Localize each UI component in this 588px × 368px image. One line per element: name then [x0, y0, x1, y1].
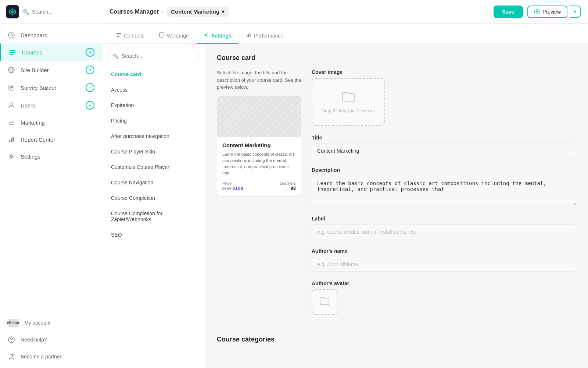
- sidebar-search-box[interactable]: 🔍: [23, 9, 96, 15]
- sidebar-item-my-account[interactable]: eSchor My account: [0, 314, 102, 331]
- svg-marker-1: [11, 10, 14, 13]
- search-input[interactable]: [32, 9, 96, 15]
- course-card-preview-area: Select the image, the title and the desc…: [217, 69, 301, 324]
- settings-icon: [7, 152, 15, 160]
- description-textarea[interactable]: Learn the basic concepts of classic art …: [312, 176, 576, 205]
- course-card-layout: Select the image, the title and the desc…: [217, 69, 576, 324]
- label-input[interactable]: [312, 224, 576, 239]
- svg-rect-26: [116, 35, 121, 35]
- authors-avatar-label: Author's avatar: [312, 280, 576, 286]
- app-logo: [6, 5, 19, 18]
- become-partner-icon: +: [7, 353, 15, 361]
- settings-nav-after-purchase[interactable]: After purchase navigation: [102, 128, 205, 144]
- svg-rect-3: [10, 50, 15, 51]
- settings-tab-icon: [204, 32, 209, 39]
- webpage-tab-label: Webpage: [167, 33, 189, 39]
- description-section: Description Learn the basic concepts of …: [312, 167, 576, 207]
- sidebar-item-courses[interactable]: Courses +: [0, 43, 102, 61]
- card-visual-title: Content Marketing: [222, 142, 296, 148]
- breadcrumb-main[interactable]: Courses Manager: [110, 8, 159, 15]
- sidebar-item-need-help[interactable]: Need help?: [0, 331, 102, 348]
- survey-builder-add-icon[interactable]: +: [86, 83, 94, 92]
- preview-caret-button[interactable]: ▾: [570, 6, 581, 18]
- svg-rect-15: [11, 138, 12, 142]
- sidebar-item-report-center[interactable]: Report Center: [0, 131, 102, 148]
- marketing-label: Marketing: [21, 120, 94, 126]
- settings-nav-course-navigation[interactable]: Course Navigation: [102, 175, 205, 190]
- content-area: 🔍 Course card Access Expiration Pricing …: [102, 44, 588, 368]
- authors-name-section: Author's name: [312, 248, 576, 272]
- dashboard-icon: [7, 31, 15, 39]
- main-area: Courses Manager › Content Marketing ▾ Sa…: [102, 0, 588, 368]
- topbar: Courses Manager › Content Marketing ▾ Sa…: [102, 0, 588, 24]
- svg-rect-31: [248, 34, 249, 37]
- svg-text:+: +: [13, 354, 14, 356]
- title-input[interactable]: [312, 144, 576, 158]
- title-section: Title: [312, 135, 576, 158]
- eye-icon: [534, 9, 540, 15]
- sidebar-item-dashboard[interactable]: Dashboard: [0, 26, 102, 43]
- avatar-folder-icon: [320, 297, 329, 307]
- sidebar-item-settings[interactable]: Settings: [0, 148, 102, 165]
- svg-rect-14: [9, 140, 10, 142]
- authors-avatar-dropzone[interactable]: [312, 289, 337, 315]
- sidebar-item-survey-builder[interactable]: Survey Builder +: [0, 79, 102, 96]
- tab-webpage[interactable]: Webpage: [153, 28, 196, 44]
- sidebar-item-users[interactable]: Users +: [0, 96, 102, 114]
- svg-point-13: [10, 103, 13, 106]
- users-add-icon[interactable]: +: [86, 101, 94, 110]
- report-center-icon: [7, 135, 15, 144]
- caret-down-icon: ▾: [574, 9, 576, 14]
- cover-image-dropzone[interactable]: Drag & Drop your files here: [312, 78, 385, 126]
- dashboard-label: Dashboard: [21, 32, 94, 38]
- main-nav: Dashboard Courses + Site Builder ✎ Surve…: [0, 24, 102, 311]
- sidebar-item-become-partner[interactable]: + Become a partner: [0, 348, 102, 365]
- settings-search-icon: 🔍: [113, 53, 119, 59]
- preview-button[interactable]: Preview: [527, 6, 567, 18]
- left-sidebar: 🔍 Dashboard Courses + Site Builder ✎: [0, 0, 102, 368]
- cover-image-section: Cover image Drag & Drop your files here: [312, 69, 576, 126]
- svg-rect-25: [116, 33, 121, 34]
- performance-tab-icon: [246, 32, 251, 39]
- need-help-icon: [7, 336, 15, 344]
- chevron-down-icon: ▾: [222, 8, 225, 15]
- svg-rect-30: [247, 35, 248, 37]
- breadcrumb-current[interactable]: Content Marketing ▾: [166, 7, 229, 17]
- settings-nav-customize-course-player[interactable]: Customize Course Player: [102, 159, 205, 175]
- svg-point-19: [11, 341, 12, 342]
- survey-builder-icon: [7, 84, 15, 92]
- my-account-label: My account: [24, 320, 94, 326]
- settings-form: Cover image Drag & Drop your files here …: [312, 69, 576, 324]
- card-learners-count: 93: [280, 185, 296, 191]
- sidebar-item-site-builder[interactable]: Site Builder ✎: [0, 61, 102, 79]
- tab-contents[interactable]: Contents: [110, 28, 151, 44]
- svg-point-29: [205, 34, 207, 36]
- tab-settings[interactable]: Settings: [197, 28, 238, 44]
- sidebar-item-marketing[interactable]: Marketing: [0, 114, 102, 131]
- card-prices: $189 $109: [222, 185, 243, 191]
- settings-nav-course-completion-zapier[interactable]: Course Completion for Zapier/Webhooks: [102, 206, 205, 227]
- site-builder-label: Site Builder: [21, 67, 80, 73]
- folder-icon: [342, 91, 355, 105]
- settings-nav-course-player-skin[interactable]: Course Player Skin: [102, 144, 205, 159]
- card-price-new: $109: [233, 185, 243, 191]
- settings-nav-access[interactable]: Access: [102, 82, 205, 98]
- label-section: Label: [312, 216, 576, 239]
- marketing-icon: [7, 118, 15, 127]
- settings-nav-pricing[interactable]: Pricing: [102, 113, 205, 128]
- courses-add-icon[interactable]: +: [86, 48, 94, 57]
- save-button[interactable]: Save: [494, 6, 523, 18]
- title-label: Title: [312, 135, 576, 141]
- tab-performance[interactable]: Performance: [240, 28, 290, 44]
- settings-search-box[interactable]: 🔍: [108, 50, 199, 62]
- settings-search-input[interactable]: [122, 53, 194, 59]
- card-price-label: Price: [222, 181, 243, 185]
- settings-nav-course-card[interactable]: Course card: [102, 67, 205, 82]
- settings-nav-expiration[interactable]: Expiration: [102, 98, 205, 113]
- card-preview-description: Select the image, the title and the desc…: [217, 69, 301, 91]
- authors-name-input[interactable]: [312, 257, 576, 272]
- site-builder-edit-icon[interactable]: ✎: [86, 66, 94, 74]
- settings-nav-seo[interactable]: SEO: [102, 227, 205, 243]
- contents-tab-icon: [116, 32, 121, 39]
- settings-nav-course-completion[interactable]: Course Completion: [102, 190, 205, 206]
